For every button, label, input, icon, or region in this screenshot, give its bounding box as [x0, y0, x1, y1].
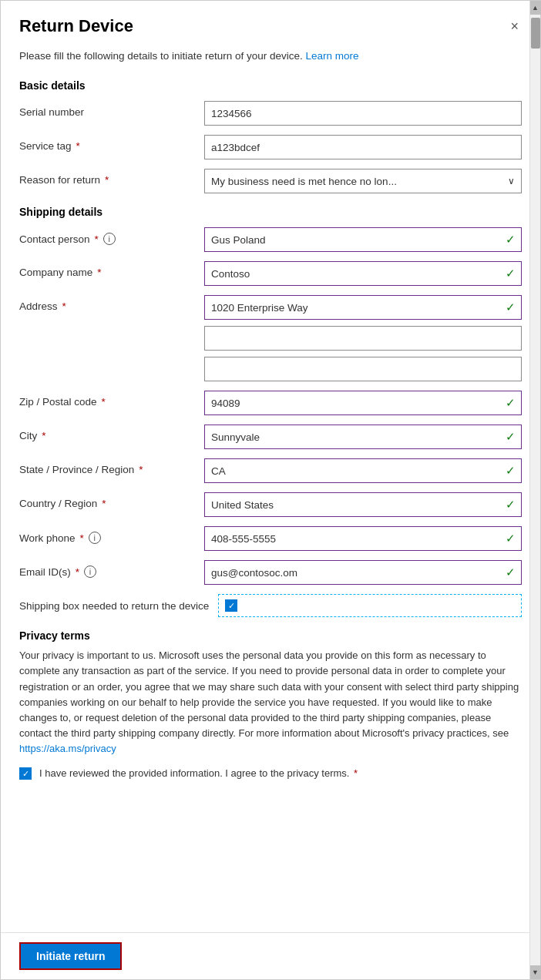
privacy-section: Privacy terms Your privacy is important … [19, 629, 522, 780]
city-check-icon: ✓ [506, 430, 516, 444]
zip-check-icon: ✓ [506, 396, 516, 410]
state-input[interactable] [204, 458, 522, 483]
reason-row: Reason for return* My business need is m… [19, 169, 522, 193]
zip-wrap: ✓ [204, 391, 522, 415]
reason-wrap: My business need is met hence no lon... … [204, 169, 522, 193]
work-phone-row: Work phone* i ✓ [19, 526, 522, 551]
agree-text: I have reviewed the provided information… [39, 766, 358, 781]
email-label: Email ID(s)* i [19, 560, 204, 578]
country-check-icon: ✓ [506, 498, 516, 512]
city-input[interactable] [204, 425, 522, 449]
dialog-footer: Initiate return [1, 932, 540, 979]
agree-row: I have reviewed the provided information… [19, 766, 522, 781]
serial-number-label: Serial number [19, 101, 204, 118]
company-name-check-icon: ✓ [506, 267, 516, 280]
work-phone-info-icon[interactable]: i [89, 532, 101, 544]
company-name-row: Company name* ✓ [19, 261, 522, 286]
reason-dropdown[interactable]: My business need is met hence no lon... … [204, 169, 522, 193]
zip-row: Zip / Postal code* ✓ [19, 391, 522, 415]
contact-person-wrap: ✓ [204, 227, 522, 252]
dialog-title: Return Device [19, 16, 133, 36]
shipping-box-row: Shipping box needed to return the device [19, 594, 522, 617]
country-label: Country / Region* [19, 492, 204, 509]
privacy-link[interactable]: https://aka.ms/privacy [19, 743, 116, 754]
contact-person-check-icon: ✓ [506, 233, 516, 247]
shipping-box-label: Shipping box needed to return the device [19, 600, 209, 612]
company-name-wrap: ✓ [204, 261, 522, 286]
city-row: City* ✓ [19, 425, 522, 449]
basic-details-section-title: Basic details [19, 79, 522, 92]
address-wrap: ✓ [204, 295, 522, 381]
state-row: State / Province / Region* ✓ [19, 458, 522, 483]
serial-number-row: Serial number [19, 101, 522, 126]
country-input[interactable] [204, 492, 522, 517]
zip-label: Zip / Postal code* [19, 391, 204, 408]
dialog-content: Please fill the following details to ini… [1, 49, 540, 932]
email-row: Email ID(s)* i ✓ [19, 560, 522, 585]
company-name-label: Company name* [19, 261, 204, 278]
learn-more-link[interactable]: Learn more [305, 50, 358, 62]
country-wrap: ✓ [204, 492, 522, 517]
contact-person-input[interactable] [204, 227, 522, 252]
city-wrap: ✓ [204, 425, 522, 449]
scroll-up-arrow[interactable]: ▲ [530, 1, 541, 15]
service-tag-row: Service tag* [19, 135, 522, 159]
description-text: Please fill the following details to ini… [19, 49, 522, 64]
email-input[interactable] [204, 560, 522, 585]
email-check-icon: ✓ [506, 566, 516, 579]
country-row: Country / Region* ✓ [19, 492, 522, 517]
privacy-text: Your privacy is important to us. Microso… [19, 648, 522, 757]
address-line2-input[interactable] [204, 326, 522, 351]
service-tag-wrap [204, 135, 522, 159]
scroll-thumb[interactable] [531, 18, 540, 49]
email-wrap: ✓ [204, 560, 522, 585]
contact-person-row: Contact person* i ✓ [19, 227, 522, 252]
email-info-icon[interactable]: i [84, 566, 96, 578]
initiate-return-button[interactable]: Initiate return [19, 942, 122, 970]
shipping-details-section-title: Shipping details [19, 206, 522, 218]
state-wrap: ✓ [204, 458, 522, 483]
close-button[interactable]: × [507, 16, 522, 36]
reason-required: * [105, 174, 109, 186]
reason-dropdown-arrow: ∨ [508, 176, 515, 186]
work-phone-input[interactable] [204, 526, 522, 551]
agree-required: * [354, 767, 358, 779]
address-line1-check-icon: ✓ [506, 300, 516, 314]
return-device-dialog: ▲ ▼ Return Device × Please fill the foll… [0, 0, 541, 980]
shipping-box-checkbox[interactable] [225, 599, 237, 612]
address-line1-input[interactable] [204, 295, 522, 320]
service-tag-label: Service tag* [19, 135, 204, 152]
contact-person-label: Contact person* i [19, 227, 204, 245]
city-label: City* [19, 425, 204, 441]
address-label: Address* [19, 295, 204, 312]
work-phone-label: Work phone* i [19, 526, 204, 544]
service-tag-required: * [76, 140, 80, 152]
privacy-title: Privacy terms [19, 629, 522, 642]
company-name-input[interactable] [204, 261, 522, 286]
scrollbar[interactable]: ▲ ▼ [529, 1, 540, 979]
address-line3-input[interactable] [204, 357, 522, 381]
scroll-down-arrow[interactable]: ▼ [530, 965, 541, 979]
state-label: State / Province / Region* [19, 458, 204, 475]
serial-number-input[interactable] [204, 101, 522, 126]
shipping-box-checkbox-wrap[interactable] [218, 594, 522, 617]
address-row: Address* ✓ [19, 295, 522, 381]
dialog-header: Return Device × [1, 1, 540, 49]
state-check-icon: ✓ [506, 464, 516, 478]
zip-input[interactable] [204, 391, 522, 415]
service-tag-input[interactable] [204, 135, 522, 159]
work-phone-wrap: ✓ [204, 526, 522, 551]
agree-checkbox[interactable] [19, 767, 32, 780]
reason-label: Reason for return* [19, 169, 204, 186]
serial-number-wrap [204, 101, 522, 126]
contact-person-info-icon[interactable]: i [103, 233, 116, 245]
work-phone-check-icon: ✓ [506, 532, 516, 545]
reason-value: My business need is met hence no lon... [211, 176, 397, 187]
